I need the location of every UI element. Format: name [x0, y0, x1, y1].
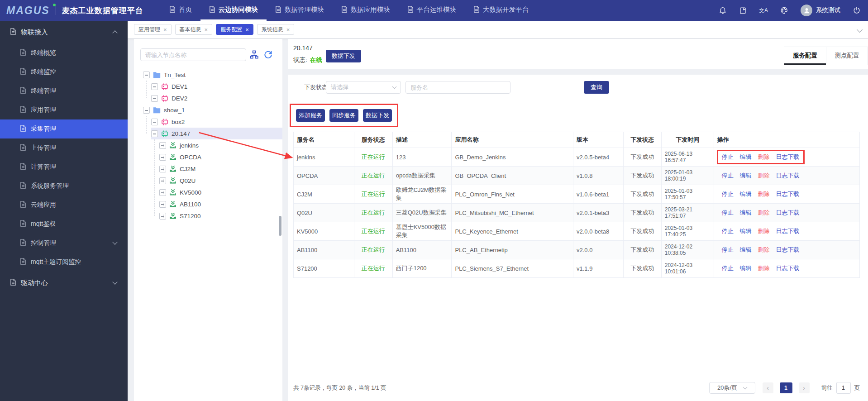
- nav-item-大数据开发平台[interactable]: 大数据开发平台: [465, 0, 538, 21]
- close-icon[interactable]: ×: [163, 27, 167, 33]
- tab-基本信息[interactable]: 基本信息×: [175, 24, 213, 35]
- sidebar-item-计算管理[interactable]: 计算管理: [0, 158, 128, 177]
- nav-item-数据应用模块[interactable]: 数据应用模块: [333, 0, 399, 21]
- tab-服务配置[interactable]: 服务配置×: [216, 24, 253, 35]
- delete-link[interactable]: 删除: [758, 227, 770, 235]
- expand-toggle-minus[interactable]: [143, 72, 150, 78]
- tagbar-chevron-down-icon[interactable]: [857, 27, 863, 33]
- 添加服务-button[interactable]: 添加服务: [296, 109, 325, 122]
- close-icon[interactable]: ×: [286, 27, 290, 33]
- tab-测点配置[interactable]: 测点配置: [826, 47, 868, 65]
- delete-link[interactable]: 删除: [758, 190, 770, 198]
- power-icon[interactable]: [853, 6, 861, 14]
- expand-toggle-plus[interactable]: [159, 213, 166, 220]
- delete-link[interactable]: 删除: [758, 246, 770, 254]
- tree-node-box2[interactable]: box2: [134, 116, 282, 128]
- delete-link[interactable]: 删除: [758, 264, 770, 272]
- close-icon[interactable]: ×: [245, 27, 249, 33]
- next-page-button[interactable]: ›: [799, 382, 810, 393]
- user-menu[interactable]: 系统测试: [801, 5, 840, 16]
- expand-toggle-minus[interactable]: [151, 130, 158, 137]
- send-status-select[interactable]: 请选择: [326, 81, 401, 94]
- stop-link[interactable]: 停止: [722, 227, 734, 235]
- tree-filter-icon[interactable]: [250, 50, 258, 59]
- stop-link[interactable]: 停止: [722, 190, 734, 198]
- delete-link[interactable]: 删除: [758, 153, 770, 161]
- tree-node-CJ2M[interactable]: CJ2M: [134, 163, 282, 175]
- book-icon[interactable]: [739, 7, 747, 14]
- tree-node-show_1[interactable]: show_1: [134, 104, 282, 116]
- sidebar-item-物联接入[interactable]: 物联接入: [0, 21, 128, 43]
- expand-toggle-plus[interactable]: [151, 119, 158, 125]
- tab-系统信息[interactable]: 系统信息×: [257, 24, 295, 35]
- tab-服务配置[interactable]: 服务配置: [784, 47, 826, 65]
- stop-link[interactable]: 停止: [722, 153, 734, 161]
- translate-icon[interactable]: 文A: [759, 7, 768, 14]
- goto-page-input[interactable]: [836, 382, 851, 394]
- bell-icon[interactable]: [719, 6, 727, 14]
- tree-node-Q02U[interactable]: Q02U: [134, 175, 282, 186]
- tree-node-AB1100[interactable]: AB1100: [134, 198, 282, 210]
- expand-toggle-plus[interactable]: [159, 189, 166, 196]
- log-download-link[interactable]: 日志下载: [776, 153, 800, 161]
- expand-toggle-plus[interactable]: [151, 95, 158, 102]
- edit-link[interactable]: 编辑: [740, 264, 752, 272]
- nav-item-平台运维模块[interactable]: 平台运维模块: [399, 0, 465, 21]
- service-name-input[interactable]: [405, 81, 510, 94]
- prev-page-button[interactable]: ‹: [763, 382, 773, 393]
- log-download-link[interactable]: 日志下载: [776, 264, 800, 272]
- stop-link[interactable]: 停止: [722, 264, 734, 272]
- edit-link[interactable]: 编辑: [740, 227, 752, 235]
- delete-link[interactable]: 删除: [758, 209, 770, 217]
- palette-icon[interactable]: [780, 6, 788, 14]
- expand-toggle-plus[interactable]: [159, 177, 166, 184]
- expand-toggle-plus[interactable]: [159, 166, 166, 172]
- refresh-icon[interactable]: [264, 50, 272, 59]
- tree-node-Tn_Test[interactable]: Tn_Test: [134, 69, 282, 81]
- node-search-input[interactable]: [140, 48, 246, 61]
- log-download-link[interactable]: 日志下载: [776, 172, 800, 180]
- sidebar-item-驱动中心[interactable]: 驱动中心: [0, 272, 128, 294]
- sidebar-item-mqtt主题订阅监控[interactable]: mqtt主题订阅监控: [0, 253, 128, 272]
- stop-link[interactable]: 停止: [722, 209, 734, 217]
- expand-toggle-plus[interactable]: [159, 154, 166, 161]
- tab-应用管理[interactable]: 应用管理×: [134, 24, 172, 35]
- sidebar-item-mqtt鉴权[interactable]: mqtt鉴权: [0, 215, 128, 234]
- nav-item-数据管理模块[interactable]: 数据管理模块: [267, 0, 333, 21]
- stop-link[interactable]: 停止: [722, 172, 734, 180]
- data-send-button[interactable]: 数据下发: [326, 50, 361, 62]
- log-download-link[interactable]: 日志下载: [776, 246, 800, 254]
- sidebar-item-终端概览[interactable]: 终端概览: [0, 43, 128, 62]
- sidebar-item-终端管理[interactable]: 终端管理: [0, 81, 128, 100]
- log-download-link[interactable]: 日志下载: [776, 227, 800, 235]
- expand-toggle-plus[interactable]: [159, 201, 166, 208]
- 同步服务-button[interactable]: 同步服务: [329, 109, 358, 122]
- query-button[interactable]: 查询: [584, 81, 609, 94]
- tree-node-DEV2[interactable]: DEV2: [134, 92, 282, 104]
- nav-item-云边协同模块[interactable]: 云边协同模块: [200, 0, 267, 21]
- nav-item-首页[interactable]: 首页: [161, 0, 200, 21]
- edit-link[interactable]: 编辑: [740, 246, 752, 254]
- expand-toggle-plus[interactable]: [159, 142, 166, 149]
- edit-link[interactable]: 编辑: [740, 190, 752, 198]
- current-page-button[interactable]: 1: [780, 382, 792, 393]
- close-icon[interactable]: ×: [205, 27, 208, 33]
- sidebar-item-控制管理[interactable]: 控制管理: [0, 234, 128, 253]
- tree-scrollbar-thumb[interactable]: [279, 216, 281, 236]
- page-size-select[interactable]: 20条/页: [709, 382, 755, 394]
- tree-node-KV5000[interactable]: KV5000: [134, 186, 282, 198]
- delete-link[interactable]: 删除: [758, 172, 770, 180]
- edit-link[interactable]: 编辑: [740, 172, 752, 180]
- 数据下发-button[interactable]: 数据下发: [363, 109, 392, 122]
- edit-link[interactable]: 编辑: [740, 153, 752, 161]
- sidebar-item-采集管理[interactable]: 采集管理: [0, 119, 128, 138]
- log-download-link[interactable]: 日志下载: [776, 190, 800, 198]
- sidebar-item-云端应用[interactable]: 云端应用: [0, 196, 128, 215]
- expand-toggle-minus[interactable]: [143, 107, 150, 114]
- tree-node-20.147[interactable]: 20.147: [134, 128, 282, 139]
- sidebar-item-系统服务管理[interactable]: 系统服务管理: [0, 177, 128, 196]
- sidebar-item-终端监控[interactable]: 终端监控: [0, 62, 128, 81]
- log-download-link[interactable]: 日志下载: [776, 209, 800, 217]
- tree-node-jenkins[interactable]: jenkins: [134, 139, 282, 151]
- tree-node-OPCDA[interactable]: OPCDA: [134, 151, 282, 163]
